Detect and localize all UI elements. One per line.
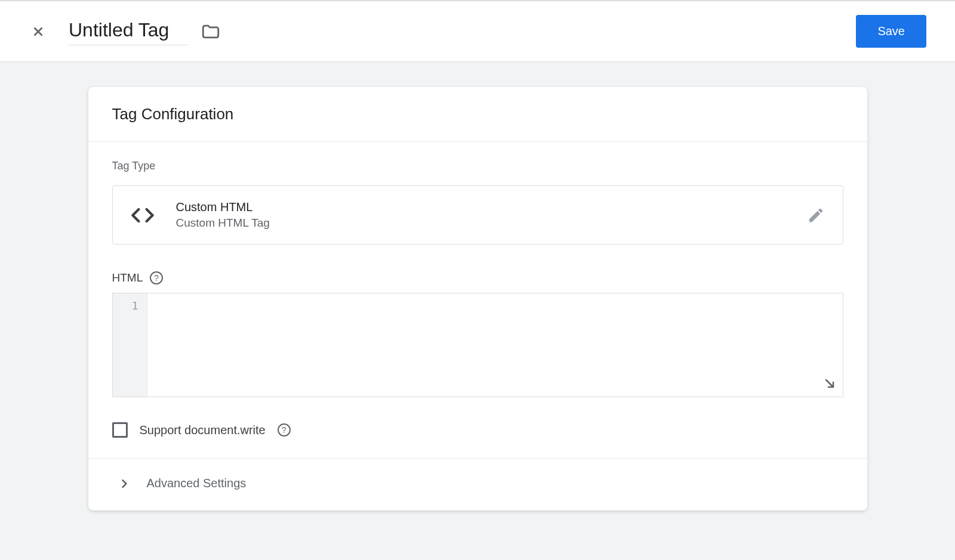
resize-icon [822,376,837,391]
close-button[interactable] [29,22,48,41]
title-wrap [69,18,221,45]
html-label: HTML [112,271,143,284]
help-icon[interactable]: ? [278,423,291,437]
chevron-right-icon [118,478,130,490]
html-section: HTML ? 1 [112,271,843,397]
close-icon [30,24,46,39]
checkbox-row: Support document.write ? [112,422,843,458]
folder-button[interactable] [200,21,221,42]
card-body: Tag Type Custom HTML Custom HTML Tag HTM… [88,142,867,511]
html-code-editor[interactable]: 1 [112,293,843,397]
tag-config-card: Tag Configuration Tag Type Custom HTML C… [88,87,867,511]
top-bar: Save [0,0,955,62]
help-icon[interactable]: ? [150,271,163,284]
advanced-settings-label: Advanced Settings [147,477,247,490]
type-text: Custom HTML Custom HTML Tag [176,200,807,230]
tag-type-selector[interactable]: Custom HTML Custom HTML Tag [112,185,843,245]
card-header: Tag Configuration [88,87,867,142]
code-textarea[interactable] [147,293,843,397]
tag-type-label: Tag Type [112,160,843,172]
type-name: Custom HTML [176,200,807,214]
card-title: Tag Configuration [112,105,843,123]
folder-icon [201,21,221,42]
checkbox-label: Support document.write [140,423,266,437]
code-icon [131,203,155,227]
save-button[interactable]: Save [856,15,926,48]
edit-icon [807,206,825,224]
resize-handle[interactable] [822,376,837,393]
advanced-settings-toggle[interactable]: Advanced Settings [112,459,843,511]
html-label-row: HTML ? [112,271,843,284]
type-description: Custom HTML Tag [176,216,807,230]
content-area: Tag Configuration Tag Type Custom HTML C… [0,62,955,511]
line-gutter: 1 [113,293,147,397]
support-document-write-checkbox[interactable] [112,422,128,438]
tag-name-input[interactable] [69,18,188,45]
